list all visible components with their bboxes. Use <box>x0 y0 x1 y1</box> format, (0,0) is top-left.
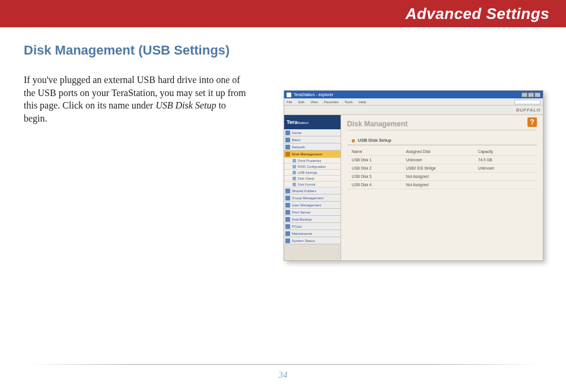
nav-system-status[interactable]: System Status <box>284 237 341 244</box>
paragraph-emphasis: USB Disk Setup <box>155 100 216 110</box>
sidebar: TeraStation Home Basic Network Disk Mana… <box>284 115 341 260</box>
content-title-text: Disk Management <box>347 120 408 128</box>
nav-label: Print Server <box>292 211 311 214</box>
app-icon <box>287 93 291 97</box>
nav-label: PCast <box>292 225 301 228</box>
cell-name: USB Disk 1 <box>352 158 406 162</box>
nav-label: Shared Folders <box>292 189 316 193</box>
cell-assigned: Not Assigned <box>406 183 478 187</box>
screenshot-body: TeraStation Home Basic Network Disk Mana… <box>284 115 543 260</box>
menu-favorites[interactable]: Favorites <box>324 100 339 104</box>
cell-name: USB Disk 3 <box>352 174 406 179</box>
nav-basic[interactable]: Basic <box>284 136 341 144</box>
banner-title: Advanced Settings <box>405 5 549 23</box>
status-icon <box>285 238 290 243</box>
folder-icon <box>285 189 290 193</box>
cell-assigned: Not Assigned <box>406 174 478 179</box>
header-banner: Advanced Settings <box>0 0 566 27</box>
search-box[interactable] <box>514 100 540 104</box>
menubar: File Edit View Favorites Tools Help <box>284 98 543 106</box>
user-icon <box>285 203 290 208</box>
nav-label: Disk Management <box>292 152 322 156</box>
help-button[interactable]: ? <box>527 117 537 127</box>
logo-line1: Tera <box>287 119 297 125</box>
group-icon <box>285 196 290 200</box>
nav-disk-management[interactable]: Disk Management <box>284 151 341 158</box>
bullet-icon <box>292 177 296 180</box>
pcast-icon <box>285 224 290 229</box>
nav-network[interactable]: Network <box>284 144 341 151</box>
nav-label: Group Management <box>292 196 323 200</box>
window-titlebar: TeraStation - explorer <box>284 91 543 98</box>
nav-user-management[interactable]: User Management <box>284 202 341 209</box>
manual-page: Advanced Settings Disk Management (USB S… <box>0 0 566 392</box>
cell-assigned: USB2 IDE Bridge <box>406 166 478 170</box>
nav-sub-usb-settings[interactable]: USB Settings <box>284 170 341 176</box>
bullet-icon <box>292 165 296 168</box>
cell-capacity <box>478 174 532 179</box>
wrench-icon <box>285 231 290 236</box>
nav-label: Home <box>292 131 301 135</box>
nav-group-management[interactable]: Group Management <box>284 195 341 202</box>
col-name: Name <box>352 149 406 154</box>
product-logo: TeraStation <box>284 115 341 129</box>
menu-tools[interactable]: Tools <box>345 100 353 104</box>
nav-shared-folders[interactable]: Shared Folders <box>284 187 341 195</box>
close-button[interactable] <box>535 93 540 97</box>
usb-disk-table: Name Assigned Disk Capacity USB Disk 1 U… <box>347 148 537 189</box>
maximize-button[interactable] <box>528 93 534 97</box>
nav-label: Disk Backup <box>292 218 311 221</box>
nav-pcast[interactable]: PCast <box>284 223 341 230</box>
nav-maintenance[interactable]: Maintenance <box>284 230 341 237</box>
cell-capacity: Unknown <box>478 166 532 170</box>
minimize-button[interactable] <box>522 93 527 97</box>
cell-name: USB Disk 2 <box>352 166 406 170</box>
nav-sub-disk-format[interactable]: Disk Format <box>284 181 341 187</box>
panel-section-header: USB Disk Setup <box>347 138 537 145</box>
logo-line2: Station <box>297 121 309 125</box>
table-header-row: Name Assigned Disk Capacity <box>347 148 537 156</box>
window-title: TeraStation - explorer <box>294 93 333 97</box>
nav-sub-disk-check[interactable]: Disk Check <box>284 176 341 181</box>
nav-label: Maintenance <box>292 232 312 235</box>
toolbar: BUFFALO <box>284 106 543 115</box>
embedded-screenshot: TeraStation - explorer File Edit View Fa… <box>284 90 543 261</box>
col-assigned: Assigned Disk <box>406 149 478 154</box>
cell-capacity: 74.5 GB <box>478 158 532 162</box>
nav-sub-drive-properties[interactable]: Drive Properties <box>284 158 341 164</box>
nav-sub-raid-configuration[interactable]: RAID Configuration <box>284 164 341 170</box>
nav-home[interactable]: Home <box>284 129 341 136</box>
bullet-icon <box>292 159 296 162</box>
footer-divider <box>25 364 541 365</box>
gear-icon <box>285 138 290 142</box>
content-area: Disk Management ? USB Disk Setup Name As… <box>341 115 543 260</box>
nav-label: Network <box>292 145 305 149</box>
page-number: 34 <box>0 370 566 380</box>
nav-label: System Status <box>292 239 315 243</box>
menu-help[interactable]: Help <box>359 100 366 104</box>
table-row[interactable]: USB Disk 4 Not Assigned <box>347 181 537 189</box>
nav-sub-label: Disk Check <box>298 177 314 180</box>
bullet-icon <box>292 171 296 174</box>
menu-edit[interactable]: Edit <box>298 100 304 104</box>
table-row[interactable]: USB Disk 3 Not Assigned <box>347 173 537 181</box>
menu-view[interactable]: View <box>310 100 318 104</box>
network-icon <box>285 145 290 149</box>
table-row[interactable]: USB Disk 1 Unknown 74.5 GB <box>347 156 537 164</box>
cell-name: USB Disk 4 <box>352 183 406 187</box>
nav-sub-label: USB Settings <box>298 171 317 174</box>
nav-label: User Management <box>292 203 321 207</box>
body-paragraph: If you've plugged an external USB hard d… <box>24 74 249 125</box>
nav-disk-backup[interactable]: Disk Backup <box>284 216 341 223</box>
backup-icon <box>285 217 290 222</box>
nav-sub-label: Drive Properties <box>298 159 321 162</box>
home-icon <box>285 130 290 135</box>
nav-print-server[interactable]: Print Server <box>284 209 341 216</box>
brand-logo: BUFFALO <box>516 107 540 113</box>
menu-file[interactable]: File <box>287 100 292 104</box>
disk-icon <box>285 152 290 157</box>
printer-icon <box>285 210 290 215</box>
table-row[interactable]: USB Disk 2 USB2 IDE Bridge Unknown <box>347 164 537 173</box>
nav-sub-label: Disk Format <box>298 183 316 186</box>
nav-label: Basic <box>292 138 301 142</box>
